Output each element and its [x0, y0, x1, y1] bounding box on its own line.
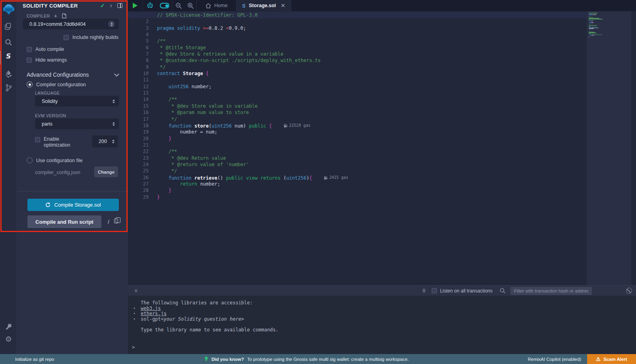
- scam-alert-badge[interactable]: ⚠ Scam Alert: [587, 354, 636, 364]
- terminal-line: The following libraries are accessible:: [128, 300, 636, 306]
- listen-all-transactions-label: Listen on all transactions: [440, 288, 493, 294]
- zoom-out-button[interactable]: [173, 2, 184, 9]
- scam-alert-label: Scam Alert: [603, 357, 627, 362]
- robot-icon: [146, 2, 154, 9]
- copy-icon[interactable]: [114, 219, 118, 223]
- info-icon[interactable]: i: [107, 219, 109, 225]
- zoom-in-button[interactable]: [184, 2, 196, 9]
- settings-gear-icon[interactable]: ⚙: [0, 335, 17, 343]
- change-config-button[interactable]: Change: [94, 167, 118, 177]
- clear-console-icon[interactable]: [626, 288, 632, 294]
- terminal-panel: « 0 Listen on all transactions The follo…: [128, 285, 636, 354]
- remixai-button[interactable]: [143, 2, 157, 9]
- code-line: * @param num value to store: [157, 109, 587, 116]
- zoom-out-icon: [175, 2, 182, 9]
- solidity-file-icon: S: [242, 3, 246, 9]
- remix-ide-window: S ⚙ SOLIDITY COMPILER: [0, 0, 636, 364]
- expand-terminal-icon[interactable]: «: [132, 288, 139, 294]
- listen-all-transactions-row: Listen on all transactions: [432, 288, 493, 294]
- remixai-copilot-toggle[interactable]: [157, 3, 172, 8]
- evm-version-label: EVM VERSION: [35, 113, 66, 118]
- stepper-arrows-icon[interactable]: [112, 139, 114, 143]
- include-nightly-row: Include nightly builds: [64, 35, 118, 40]
- evm-version-select[interactable]: paris: [35, 118, 119, 129]
- auto-compile-checkbox[interactable]: [27, 47, 32, 52]
- code-line: * @return value of 'number': [157, 161, 587, 168]
- language-value: Solidity: [42, 99, 112, 104]
- transaction-filter-input[interactable]: [510, 287, 592, 295]
- panel-title: SOLIDITY COMPILER: [23, 3, 100, 9]
- code-line: * @title Storage: [157, 45, 587, 51]
- use-configuration-file-radio[interactable]: [27, 157, 33, 163]
- include-nightly-label: Include nightly builds: [72, 35, 118, 40]
- compiler-configuration-radio[interactable]: [27, 81, 33, 87]
- remix-logo-icon[interactable]: [0, 3, 17, 16]
- terminal-search-icon[interactable]: [500, 288, 506, 294]
- enable-optimization-row: Enable optimization: [35, 136, 87, 148]
- pin-panel-icon[interactable]: [117, 3, 122, 8]
- init-git-repo-status[interactable]: Initialize as git repo: [15, 357, 54, 362]
- use-configuration-file-row: Use configuration file: [27, 157, 83, 163]
- compile-success-check-icon: ✓: [100, 2, 105, 9]
- gas-estimate-annotation: 2415 gas: [324, 174, 348, 181]
- code-lines: // SPDX-License-Identifier: GPL-3.0pragm…: [154, 12, 587, 200]
- auto-compile-row: Auto compile: [27, 46, 64, 52]
- code-line: function retrieve() public view returns …: [157, 174, 587, 181]
- git-icon[interactable]: [0, 84, 17, 92]
- auto-compile-label: Auto compile: [35, 46, 64, 52]
- run-script-button[interactable]: [128, 3, 142, 8]
- use-configuration-file-label: Use configuration file: [36, 158, 83, 163]
- close-tab-icon[interactable]: ✕: [281, 2, 285, 9]
- code-line: }: [157, 187, 587, 194]
- terminal-output: The following libraries are accessible:•…: [128, 300, 636, 333]
- deploy-and-run-icon[interactable]: [0, 70, 17, 78]
- minimap-content: [587, 11, 631, 38]
- gas-estimate-annotation: 22520 gas: [284, 122, 310, 129]
- chevron-right-icon[interactable]: ›: [110, 2, 112, 9]
- solidity-compiler-icon[interactable]: S: [0, 52, 17, 60]
- open-file-icon[interactable]: [62, 13, 67, 19]
- listen-all-transactions-checkbox[interactable]: [432, 288, 437, 293]
- editor-minimap[interactable]: [587, 11, 631, 285]
- add-compiler-icon[interactable]: +: [54, 13, 58, 19]
- copilot-status[interactable]: RemixAI Copilot (enabled): [528, 357, 581, 362]
- compile-button[interactable]: Compile Storage.sol: [27, 199, 119, 211]
- hide-warnings-checkbox[interactable]: [27, 58, 32, 63]
- code-line: */: [157, 116, 587, 122]
- terminal-line: Type the library name to see available c…: [128, 327, 636, 333]
- language-select[interactable]: Solidity: [35, 96, 119, 106]
- enable-optimization-checkbox[interactable]: [35, 137, 40, 142]
- file-explorer-icon[interactable]: [0, 23, 17, 30]
- compiler-section-label-row: COMPILER +: [27, 13, 67, 19]
- code-line: /**: [157, 148, 587, 155]
- terminal-line: [128, 322, 636, 327]
- tab-storage-sol[interactable]: S Storage.sol ✕: [237, 0, 291, 11]
- terminal-line: •ethers.js: [128, 311, 636, 317]
- terminal-prompt[interactable]: >: [132, 345, 135, 350]
- tab-home[interactable]: Home: [197, 0, 236, 11]
- code-line: }: [157, 194, 587, 200]
- config-file-name: compiler_config.json: [35, 170, 80, 175]
- optimization-runs-input[interactable]: 200: [92, 136, 118, 147]
- version-stepper-icon[interactable]: [108, 21, 115, 27]
- code-line: number = num;: [157, 129, 587, 135]
- code-editor[interactable]: 1234567891011121314151617181920212223242…: [128, 11, 636, 285]
- hide-warnings-label: Hide warnings: [35, 57, 67, 63]
- compiler-version-select[interactable]: 0.8.19+commit.7dd6d404: [23, 19, 119, 29]
- transaction-count-badge: 0: [423, 288, 425, 294]
- plugin-manager-icon[interactable]: [0, 323, 17, 330]
- compile-and-run-button[interactable]: Compile and Run script: [27, 215, 101, 228]
- library-link[interactable]: ethers.js: [141, 311, 167, 317]
- compiler-version-value: 0.8.19+commit.7dd6d404: [29, 21, 108, 27]
- include-nightly-checkbox[interactable]: [64, 35, 69, 40]
- library-link[interactable]: web3.js: [141, 306, 161, 312]
- search-icon[interactable]: [0, 39, 17, 46]
- code-line: * @dev Store value in variable: [157, 103, 587, 109]
- advanced-configurations-header[interactable]: Advanced Configurations: [27, 72, 118, 78]
- home-tab-label: Home: [214, 3, 227, 8]
- code-line: [157, 90, 587, 96]
- panel-divider: [17, 191, 128, 192]
- code-line: return number;: [157, 181, 587, 187]
- terminal-body[interactable]: The following libraries are accessible:•…: [128, 296, 636, 354]
- home-icon: [206, 3, 211, 8]
